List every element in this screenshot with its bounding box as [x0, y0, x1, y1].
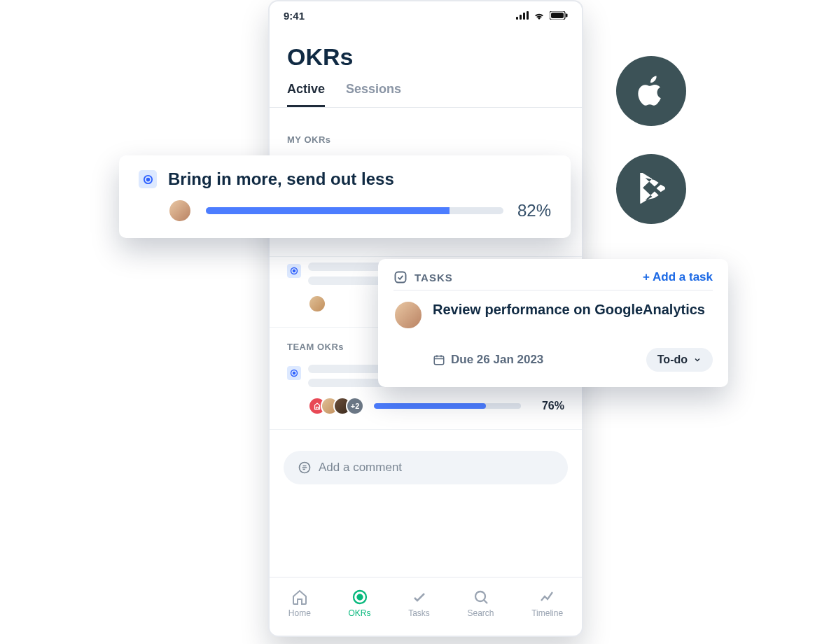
page-title: OKRs	[270, 29, 582, 76]
add-comment-input[interactable]: Add a comment	[284, 451, 568, 484]
tabs: Active Sessions	[270, 76, 582, 108]
svg-rect-5	[551, 13, 564, 18]
svg-rect-3	[527, 11, 529, 20]
bottom-nav: Home OKRs Tasks Search Timeline	[270, 577, 582, 629]
svg-point-14	[475, 592, 485, 601]
play-icon	[636, 173, 666, 205]
add-task-button[interactable]: + Add a task	[643, 270, 713, 284]
comment-placeholder: Add a comment	[319, 461, 402, 475]
play-store-badge[interactable]	[616, 154, 686, 224]
target-icon	[287, 264, 301, 278]
nav-label: Home	[288, 608, 311, 618]
task-title[interactable]: Review performance on GoogleAnalytics	[433, 300, 705, 330]
wifi-icon	[533, 11, 545, 20]
avatar	[308, 295, 326, 313]
status-time: 9:41	[284, 10, 305, 22]
apple-icon	[636, 73, 667, 109]
target-icon	[351, 589, 368, 606]
app-store-badge[interactable]	[616, 56, 686, 126]
checkbox-icon	[393, 270, 407, 284]
status-label: To-do	[657, 354, 688, 366]
nav-timeline[interactable]: Timeline	[531, 589, 563, 618]
tab-active[interactable]: Active	[287, 76, 325, 107]
okr-title: Bring in more, send out less	[168, 169, 394, 189]
svg-rect-17	[396, 272, 406, 283]
status-icons	[516, 11, 568, 20]
progress-value: 82%	[517, 201, 551, 220]
status-dropdown[interactable]: To-do	[646, 348, 713, 372]
comment-icon	[298, 461, 312, 475]
nav-label: Search	[468, 608, 494, 618]
signal-icon	[516, 11, 529, 20]
task-card: TASKS + Add a task Review performance on…	[378, 259, 728, 387]
tasks-section-label: TASKS	[415, 272, 453, 284]
svg-rect-1	[520, 15, 522, 20]
okr-card[interactable]: Bring in more, send out less 82%	[119, 155, 571, 238]
svg-rect-0	[516, 17, 518, 20]
due-text: Due 26 Jan 2023	[451, 353, 543, 367]
svg-rect-2	[523, 13, 525, 20]
trend-icon	[539, 589, 556, 606]
nav-label: Timeline	[531, 608, 563, 618]
avatar-overflow[interactable]: +2	[346, 397, 364, 415]
progress-bar	[206, 207, 503, 214]
nav-tasks[interactable]: Tasks	[408, 589, 430, 618]
nav-search[interactable]: Search	[468, 589, 494, 618]
nav-okrs[interactable]: OKRs	[349, 589, 371, 618]
avatar	[393, 300, 423, 330]
target-icon	[287, 366, 301, 380]
progress-bar	[374, 403, 521, 409]
svg-point-16	[146, 178, 149, 181]
status-bar: 9:41	[270, 1, 582, 29]
task-due: Due 26 Jan 2023	[433, 353, 543, 367]
target-icon	[139, 170, 157, 188]
calendar-icon	[433, 354, 445, 366]
check-icon	[411, 589, 428, 606]
nav-label: Tasks	[408, 608, 430, 618]
home-icon	[291, 589, 308, 606]
svg-point-8	[293, 270, 295, 272]
svg-rect-18	[434, 356, 444, 365]
progress-value: 76%	[531, 400, 564, 412]
avatar	[168, 199, 192, 223]
avatar-stack: +2	[308, 397, 364, 415]
nav-label: OKRs	[349, 608, 371, 618]
nav-home[interactable]: Home	[288, 589, 311, 618]
section-my-okrs: MY OKRs	[270, 120, 582, 152]
search-icon	[473, 589, 489, 606]
svg-rect-6	[566, 14, 568, 18]
svg-point-10	[293, 372, 295, 374]
svg-point-13	[357, 594, 362, 599]
battery-icon	[550, 11, 568, 20]
tab-sessions[interactable]: Sessions	[346, 76, 401, 107]
chevron-down-icon	[693, 356, 702, 364]
